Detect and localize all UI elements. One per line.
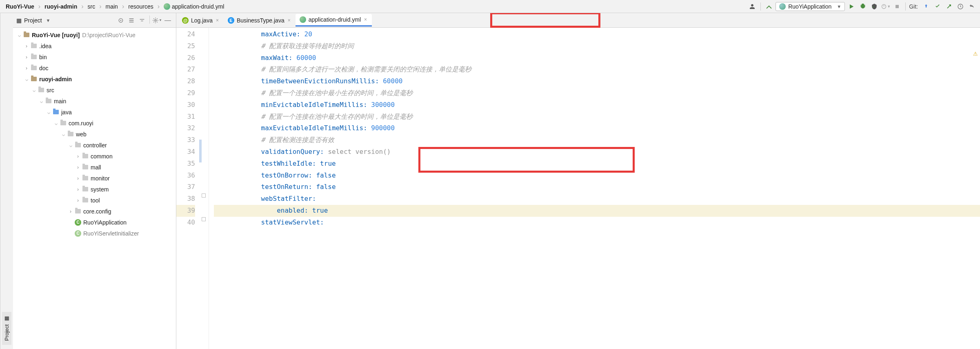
code-line[interactable]: # 配置获取连接等待超时的时间 xyxy=(214,40,980,52)
tree-main[interactable]: ⌵main xyxy=(13,96,176,107)
code-line[interactable]: statViewServlet: xyxy=(214,217,980,229)
code-line[interactable]: timeBetweenEvictionRunsMillis: 60000 xyxy=(214,76,980,87)
profile-button[interactable]: ▼ xyxy=(881,2,891,11)
crumb-main[interactable]: main xyxy=(103,2,120,11)
tree-tool[interactable]: ›tool xyxy=(13,195,176,206)
tree-bin[interactable]: ›bin xyxy=(13,51,176,62)
tree-system[interactable]: ›system xyxy=(13,184,176,195)
tree-label: src xyxy=(47,87,54,93)
run-button[interactable] xyxy=(847,2,856,11)
close-icon[interactable]: × xyxy=(215,18,220,23)
git-history-icon[interactable] xyxy=(956,2,965,11)
code-line[interactable]: testWhileIdle: true xyxy=(214,158,980,170)
chevron-right-icon[interactable]: › xyxy=(67,209,74,214)
project-tree[interactable]: ⌵ RuoYi-Vue [ruoyi] D:\project\RuoYi-Vue… xyxy=(13,28,176,349)
git-push-icon[interactable] xyxy=(944,2,954,11)
tree-mall[interactable]: ›mall xyxy=(13,162,176,173)
code-line[interactable]: minEvictableIdleTimeMillis: 300000 xyxy=(214,99,980,111)
close-icon[interactable]: × xyxy=(363,17,368,22)
chevron-down-icon[interactable]: ⌵ xyxy=(67,142,74,148)
crumb-file[interactable]: application-druid.yml xyxy=(161,2,227,11)
line-number: 33 xyxy=(176,134,195,146)
debug-button[interactable] xyxy=(858,2,868,11)
user-icon[interactable] xyxy=(747,2,757,11)
code-line[interactable]: maxWait: 60000 xyxy=(214,52,980,64)
chevron-down-icon[interactable]: ⌵ xyxy=(60,131,67,137)
tab-log-java[interactable]: @ Log.java × xyxy=(178,15,224,26)
code-line[interactable]: maxEvictableIdleTimeMillis: 900000 xyxy=(214,122,980,134)
tree-java[interactable]: ⌵java xyxy=(13,107,176,118)
chevron-down-icon[interactable]: ⌵ xyxy=(30,87,38,93)
fold-marker-icon[interactable] xyxy=(202,217,206,221)
tree-idea[interactable]: ›.idea xyxy=(13,40,176,51)
crumb-resources[interactable]: resources xyxy=(126,2,156,11)
chevron-right-icon[interactable]: › xyxy=(23,65,30,71)
code-line[interactable]: validationQuery: select version() xyxy=(214,146,980,158)
chevron-down-icon[interactable]: ⌵ xyxy=(38,98,45,104)
code-line[interactable]: maxActive: 20 xyxy=(214,29,980,40)
tree-common[interactable]: ›common xyxy=(13,151,176,162)
git-update-icon[interactable] xyxy=(921,2,931,11)
editor-fold-gutter xyxy=(199,28,209,349)
tree-monitor[interactable]: ›monitor xyxy=(13,173,176,184)
tree-label: monitor xyxy=(91,175,110,182)
tree-doc[interactable]: ›doc xyxy=(13,62,176,73)
tree-servlet-class[interactable]: CRuoYiServletInitializer xyxy=(13,228,176,239)
chevron-right-icon[interactable]: › xyxy=(23,43,30,49)
chevron-down-icon[interactable]: ⌵ xyxy=(52,120,60,126)
chevron-right-icon[interactable]: › xyxy=(23,54,30,60)
hide-panel-icon[interactable]: — xyxy=(163,16,173,25)
line-number: 34 xyxy=(176,146,195,158)
tree-controller[interactable]: ⌵controller xyxy=(13,140,176,151)
code-line[interactable]: # 配置间隔多久才进行一次检测，检测需要关闭的空闲连接，单位是毫秒 xyxy=(214,64,980,76)
code-editor[interactable]: ⚠ 24 25 26 27 28 29 30 31 32 33 34 35 36… xyxy=(176,28,980,349)
code-line[interactable]: testOnReturn: false xyxy=(214,181,980,193)
svg-point-4 xyxy=(120,20,122,21)
build-icon[interactable] xyxy=(764,2,774,11)
tab-businesstype-java[interactable]: E BusinessType.java × xyxy=(224,15,296,26)
sidebar-tab-label: Project xyxy=(4,325,10,341)
chevron-right-icon[interactable]: › xyxy=(74,153,82,159)
tree-package[interactable]: ⌵com.ruoyi xyxy=(13,118,176,129)
chevron-down-icon[interactable]: ⌵ xyxy=(23,76,30,82)
code-line[interactable]: # 配置一个连接在池中最小生存的时间，单位是毫秒 xyxy=(214,87,980,99)
folder-icon xyxy=(45,98,52,104)
code-line[interactable]: # 配置检测连接是否有效 xyxy=(214,134,980,146)
chevron-down-icon: ▼ xyxy=(837,4,841,9)
git-commit-icon[interactable] xyxy=(933,2,942,11)
fold-marker-icon[interactable] xyxy=(202,193,206,198)
warning-icon[interactable]: ⚠ xyxy=(973,47,978,59)
chevron-down-icon[interactable]: ⌵ xyxy=(16,32,23,38)
tree-coreconfig[interactable]: ›core.config xyxy=(13,206,176,217)
close-icon[interactable]: × xyxy=(287,18,291,23)
collapse-all-icon[interactable] xyxy=(137,16,147,25)
chevron-right-icon[interactable]: › xyxy=(74,198,82,203)
coverage-button[interactable] xyxy=(869,2,879,11)
run-configuration-selector[interactable]: RuoYiApplication ▼ xyxy=(776,2,845,11)
tab-application-druid-yml[interactable]: application-druid.yml × xyxy=(296,14,372,27)
chevron-right-icon[interactable]: › xyxy=(74,187,82,192)
chevron-right-icon[interactable]: › xyxy=(74,176,82,181)
stop-button[interactable] xyxy=(892,2,902,11)
project-view-selector[interactable]: ▦ Project ▼ xyxy=(16,17,116,24)
git-rollback-icon[interactable] xyxy=(967,2,977,11)
tree-app-class[interactable]: CRuoYiApplication xyxy=(13,217,176,228)
code-line[interactable]: webStatFilter: xyxy=(214,193,980,205)
code-line[interactable]: # 配置一个连接在池中最大生存的时间，单位是毫秒 xyxy=(214,111,980,123)
tree-web[interactable]: ⌵web xyxy=(13,129,176,140)
project-tool-window-tab[interactable]: Project ▦ xyxy=(2,312,11,345)
chevron-right-icon[interactable]: › xyxy=(74,164,82,170)
select-opened-file-icon[interactable] xyxy=(116,16,126,25)
tree-src[interactable]: ⌵src xyxy=(13,84,176,96)
code-line[interactable]: testOnBorrow: false xyxy=(214,170,980,182)
crumb-module[interactable]: ruoyi-admin xyxy=(42,2,80,11)
chevron-down-icon[interactable]: ⌵ xyxy=(45,109,52,115)
code-content[interactable]: maxActive: 20 # 配置获取连接等待超时的时间 maxWait: 6… xyxy=(209,28,980,349)
tree-ruoyi-admin[interactable]: ⌵ruoyi-admin xyxy=(13,73,176,84)
settings-icon[interactable]: ▼ xyxy=(152,16,162,25)
code-line[interactable]: enabled: true xyxy=(214,205,980,217)
crumb-project[interactable]: RuoYi-Vue xyxy=(3,2,37,11)
tree-root[interactable]: ⌵ RuoYi-Vue [ruoyi] D:\project\RuoYi-Vue xyxy=(13,29,176,40)
crumb-src[interactable]: src xyxy=(85,2,98,11)
expand-all-icon[interactable] xyxy=(127,16,136,25)
